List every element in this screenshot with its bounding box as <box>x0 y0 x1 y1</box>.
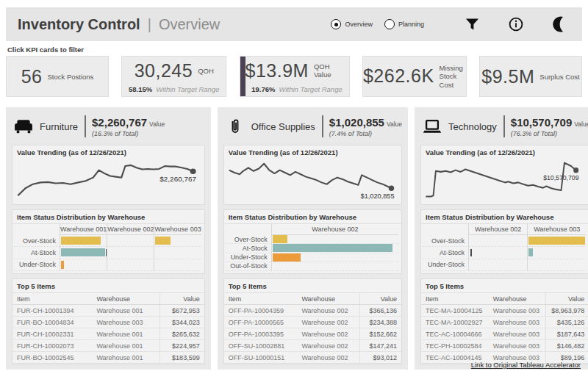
table-row: OFF-PA-10004359Warehouse 002$366,136 <box>224 305 401 317</box>
distribution-cell <box>107 235 154 247</box>
warehouse-column-header: Warehouse 002 <box>468 224 527 235</box>
distribution-cell <box>107 259 154 271</box>
page-title: Inventory Control <box>18 16 140 33</box>
distribution-cell <box>154 259 201 271</box>
moon-icon[interactable] <box>553 16 567 32</box>
kpi-value: $9.5M <box>481 66 534 87</box>
radio-planning[interactable]: Planning <box>384 19 424 29</box>
kpi-card-qoh-value[interactable]: $13.9M QOH Value 19.76% Within Target Ra… <box>240 56 350 97</box>
laptop-icon <box>420 119 444 134</box>
trend-endpoint-dot <box>190 169 196 174</box>
trend-endpoint-dot <box>388 185 393 190</box>
kpi-card-missing-stock-cost[interactable]: $262.6K Missing Stock Cost <box>362 56 467 97</box>
distribution-corner <box>226 224 271 235</box>
status-distribution-card: Item Status Distribution by Warehouse Wa… <box>420 209 588 274</box>
table-cell: OFF-SU-10002881 <box>224 340 298 352</box>
radio-overview-label: Overview <box>345 21 373 28</box>
top-items-card: Top 5 Items ItemWarehouseValueTEC-MA-100… <box>420 278 588 364</box>
table-row: FUR-BO-10002545Warehouse 001$183,599 <box>12 352 204 364</box>
warehouse-column-header: Warehouse 003 <box>527 224 586 235</box>
status-row-label: Under-Stock <box>423 259 468 271</box>
tableau-accelerator-link[interactable]: Link to Original Tableau Accelerator <box>471 361 581 369</box>
kpi-card-qoh[interactable]: 30,245 QOH 58.15% Within Target Range <box>121 56 226 97</box>
status-row-label: Over-Stock <box>226 235 271 244</box>
table-row: OFF-PA-10000565Warehouse 002$234,388 <box>224 317 401 328</box>
table-cell: $93,012 <box>360 352 401 364</box>
trend-end-label: $2,260,767 <box>159 175 196 183</box>
warehouse-column-header: Warehouse 003 <box>154 224 201 235</box>
panel-header: Technology $10,570,709Value (76.3% of To… <box>420 112 588 140</box>
kpi-value: $262.6K <box>363 65 434 87</box>
table-title: Top 5 Items <box>12 279 204 293</box>
reference-tick <box>470 249 472 257</box>
kpi-sub-value: 19.76% <box>251 85 275 93</box>
category-panel-office-supplies: Office Supplies $1,020,855Value (7.4% of… <box>218 107 408 370</box>
table-cell: OFF-SU-10000151 <box>224 352 298 364</box>
status-bar <box>528 237 585 245</box>
kpi-row: 56 Stock Postions 30,245 QOH 58.15% With… <box>6 56 582 97</box>
warehouse-column-header: Warehouse 001 <box>60 224 107 235</box>
top-items-card: Top 5 Items ItemWarehouseValueOFF-PA-100… <box>223 278 402 364</box>
filter-icon[interactable] <box>465 18 479 31</box>
distribution-cell <box>468 247 527 259</box>
page-subtitle: Overview <box>159 16 220 33</box>
category-panel-technology: Technology $10,570,709Value (76.3% of To… <box>415 107 588 370</box>
warehouse-column-header: Warehouse 002 <box>107 224 154 235</box>
table-row: FUR-CH-10002073Warehouse 001$224,957 <box>12 340 204 352</box>
status-bar <box>61 261 64 269</box>
table-header-cell: Item <box>12 293 92 305</box>
distribution-cell <box>154 235 201 247</box>
kpi-card-surplus-cost[interactable]: $9.5M Surplus Cost <box>479 56 582 97</box>
table-cell: Warehouse 003 <box>489 305 546 317</box>
trend-title: Value Trending (as of 12/26/2021) <box>224 145 401 159</box>
kpi-value: $13.9M <box>245 60 309 82</box>
panel-value-block: $10,570,709Value (76.3% of Total) <box>511 116 588 137</box>
table-row: FUR-CH-10001394Warehouse 001$672,953 <box>12 305 204 317</box>
table-row: OFF-PA-10003395Warehouse 002$152,662 <box>224 328 401 340</box>
panel-header: Furniture $2,260,767Value (16.3% of Tota… <box>12 112 205 140</box>
kpi-card-stock-positions[interactable]: 56 Stock Postions <box>6 56 109 97</box>
top-items-table: ItemWarehouseValueOFF-PA-10004359Warehou… <box>224 293 401 364</box>
status-bar <box>155 237 171 245</box>
table-row: FUR-BO-10004834Warehouse 003$344,023 <box>12 317 204 328</box>
status-row-label: Over-Stock <box>14 235 60 247</box>
dashboard-page: Inventory Control | Overview Overview Pl… <box>0 0 588 371</box>
table-row: OFF-SU-10000151Warehouse 002$93,012 <box>224 352 401 364</box>
panel-value: $2,260,767 <box>92 116 147 129</box>
status-bar <box>273 253 301 262</box>
panel-name: Technology <box>448 121 497 132</box>
value-trending-card: Value Trending (as of 12/26/2021) $2,260… <box>12 145 205 205</box>
distribution-cell <box>107 247 154 259</box>
table-cell: Warehouse 002 <box>297 317 359 328</box>
table-cell: OFF-PA-10003395 <box>224 328 298 340</box>
table-cell: Warehouse 003 <box>489 340 546 352</box>
panel-share: (76.3% of Total) <box>511 130 588 137</box>
table-cell: FUR-CH-10001394 <box>12 305 92 317</box>
table-cell: Warehouse 002 <box>297 352 359 364</box>
info-icon[interactable] <box>509 17 523 32</box>
table-row: FUR-CH-10002331Warehouse 001$265,632 <box>12 328 204 340</box>
kpi-label: Surplus Cost <box>539 73 579 81</box>
status-distribution-card: Item Status Distribution by Warehouse Wa… <box>12 209 205 274</box>
table-row: TEC-MA-10002927Warehouse 003$435,126 <box>421 317 588 328</box>
panel-value-block: $1,020,855Value (7.4% of Total) <box>329 116 402 137</box>
status-distribution-chart: Warehouse 002Over-StockAt-StockUnder-Sto… <box>226 224 398 271</box>
distribution-cell <box>271 262 398 271</box>
top-items-table: ItemWarehouseValueTEC-MA-10004125Warehou… <box>421 293 588 364</box>
radio-overview[interactable]: Overview <box>331 19 373 29</box>
table-header-cell: Warehouse <box>489 293 546 305</box>
trend-title: Value Trending (as of 12/26/2021) <box>12 145 204 159</box>
trend-endpoint-dot <box>573 168 578 173</box>
kpi-label: Missing Stock Cost <box>440 64 466 89</box>
panel-value: $1,020,855 <box>329 116 384 129</box>
table-row: TEC-PH-10002584Warehouse 003$146,482 <box>421 340 588 352</box>
status-row-label: At-Stock <box>423 247 468 259</box>
table-header-cell: Item <box>224 293 298 305</box>
kpi-sub-label: Within Target Range <box>279 85 343 93</box>
status-distribution-chart: Warehouse 002Warehouse 003Over-StockAt-S… <box>423 224 586 271</box>
value-trending-card: Value Trending (as of 12/26/2021) $10,57… <box>420 145 588 205</box>
table-cell: Warehouse 003 <box>489 328 546 340</box>
table-cell: $187,643 <box>545 328 588 340</box>
table-header-cell: Value <box>159 293 204 305</box>
table-cell: $224,957 <box>159 340 204 352</box>
